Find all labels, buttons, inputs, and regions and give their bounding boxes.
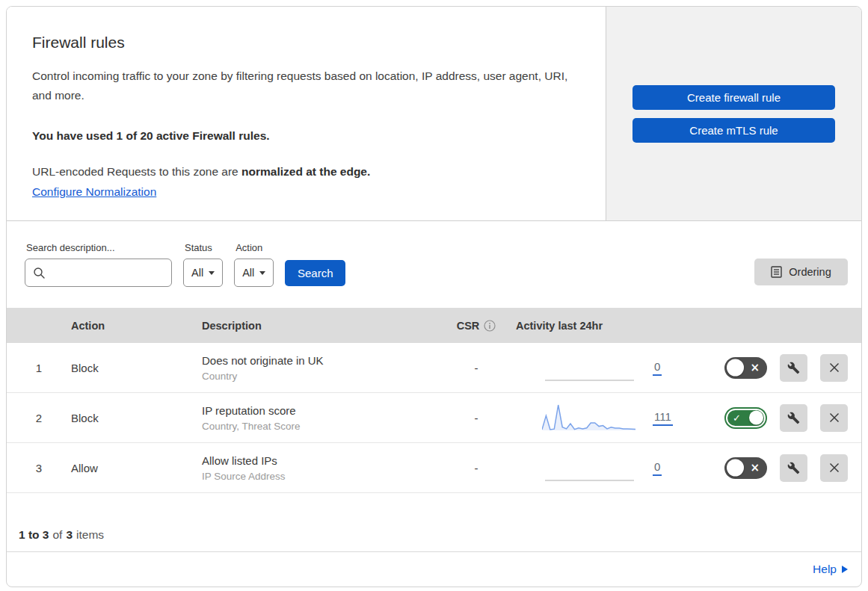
rule-action: Block xyxy=(71,412,202,424)
activity-count-link[interactable]: 111 xyxy=(653,410,673,426)
rule-row: 3 Allow Allow listed IPs IP Source Addre… xyxy=(7,443,861,493)
rule-activity: 0 xyxy=(510,452,680,483)
create-mtls-rule-button[interactable]: Create mTLS rule xyxy=(632,118,835,143)
create-firewall-rule-button[interactable]: Create firewall rule xyxy=(632,85,835,110)
rule-controls: × xyxy=(680,454,861,482)
rule-action: Block xyxy=(71,362,202,374)
normalization-bold: normalized at the edge. xyxy=(241,165,370,178)
help-row: Help xyxy=(7,552,861,587)
activity-sparkline xyxy=(542,452,635,483)
col-description: Description xyxy=(202,320,443,332)
rule-csr: - xyxy=(443,412,510,424)
ordering-button[interactable]: Ordering xyxy=(754,259,848,285)
delete-rule-button[interactable] xyxy=(820,404,848,432)
toggle-state-icon: × xyxy=(750,461,760,474)
pagination-summary: 1 to 3 of 3 items xyxy=(7,493,861,552)
normalization-prefix: URL-encoded Requests to this zone are xyxy=(32,165,241,178)
rule-enabled-toggle[interactable]: × xyxy=(724,357,767,379)
search-group: Search description... xyxy=(25,242,172,287)
rule-fields: Country, Threat Score xyxy=(202,421,443,432)
toggle-knob xyxy=(727,359,744,377)
rule-enabled-toggle[interactable]: × xyxy=(724,457,767,479)
rule-priority: 3 xyxy=(7,462,71,474)
status-filter-group: Status All xyxy=(183,242,223,287)
header-section: Firewall rules Control incoming traffic … xyxy=(7,7,861,221)
activity-sparkline xyxy=(542,402,635,433)
wrench-icon xyxy=(787,462,800,474)
search-button[interactable]: Search xyxy=(285,260,345,286)
rule-description-title: IP reputation score xyxy=(202,404,443,417)
toggle-state-icon: × xyxy=(750,361,760,374)
search-icon xyxy=(33,267,46,279)
rule-row: 2 Block IP reputation score Country, Thr… xyxy=(7,393,861,443)
wrench-icon xyxy=(787,362,800,374)
page-title: Firewall rules xyxy=(32,34,576,52)
rule-controls: ✓ xyxy=(680,404,861,432)
status-dropdown[interactable]: All xyxy=(183,259,223,287)
edit-rule-button[interactable] xyxy=(780,454,807,482)
close-icon xyxy=(829,462,840,473)
close-icon xyxy=(829,412,840,423)
rule-csr: - xyxy=(443,362,510,374)
action-filter-group: Action All xyxy=(234,242,274,287)
rule-fields: Country xyxy=(202,371,443,382)
col-action: Action xyxy=(71,320,202,332)
activity-count-link[interactable]: 0 xyxy=(653,460,662,476)
rule-description-title: Allow listed IPs xyxy=(202,454,443,467)
activity-count-link[interactable]: 0 xyxy=(653,360,662,376)
delete-rule-button[interactable] xyxy=(820,354,848,382)
action-label: Action xyxy=(236,242,274,253)
rule-priority: 2 xyxy=(7,412,71,424)
search-box[interactable] xyxy=(25,259,172,287)
status-label: Status xyxy=(185,242,223,253)
arrow-right-icon xyxy=(842,566,848,573)
toggle-knob xyxy=(727,460,744,477)
col-csr: CSR xyxy=(443,320,510,332)
rule-description: Does not originate in UK Country xyxy=(202,354,443,382)
normalization-notice: URL-encoded Requests to this zone are no… xyxy=(32,165,576,179)
rule-description-title: Does not originate in UK xyxy=(202,354,443,367)
search-input[interactable] xyxy=(50,259,171,286)
usage-notice: You have used 1 of 20 active Firewall ru… xyxy=(32,129,576,143)
page-description: Control incoming traffic to your zone by… xyxy=(32,66,576,105)
rule-activity: 0 xyxy=(510,352,680,383)
status-value: All xyxy=(191,267,203,279)
rule-csr: - xyxy=(443,462,510,474)
pagination-items-label: items xyxy=(76,528,104,542)
ordering-list-icon xyxy=(771,266,782,278)
edit-rule-button[interactable] xyxy=(780,354,807,382)
pagination-range: 1 to 3 xyxy=(19,528,49,541)
chevron-down-icon xyxy=(259,271,265,275)
rule-enabled-toggle[interactable]: ✓ xyxy=(726,409,766,427)
configure-normalization-link[interactable]: Configure Normalization xyxy=(32,185,156,198)
header-actions-panel: Create firewall rule Create mTLS rule xyxy=(606,7,861,220)
toggle-state-icon: ✓ xyxy=(733,412,741,424)
rule-controls: × xyxy=(680,354,861,382)
rule-action: Allow xyxy=(71,462,202,474)
filter-bar: Search description... Status All Action … xyxy=(7,221,861,308)
col-activity: Activity last 24hr xyxy=(510,320,680,332)
ordering-label: Ordering xyxy=(789,266,831,278)
close-icon xyxy=(829,362,840,373)
edit-rule-button[interactable] xyxy=(780,404,807,432)
delete-rule-button[interactable] xyxy=(820,454,848,482)
rule-description: IP reputation score Country, Threat Scor… xyxy=(202,404,443,432)
csr-label: CSR xyxy=(457,320,480,332)
help-label: Help xyxy=(813,563,837,576)
rule-activity: 111 xyxy=(510,402,680,433)
activity-sparkline xyxy=(542,352,635,383)
info-icon[interactable] xyxy=(484,320,496,332)
wrench-icon xyxy=(787,412,800,424)
rule-row: 1 Block Does not originate in UK Country… xyxy=(7,343,861,393)
chevron-down-icon xyxy=(209,271,215,275)
search-label: Search description... xyxy=(26,242,172,253)
action-dropdown[interactable]: All xyxy=(234,259,274,287)
table-header: Action Description CSR Activity last 24h… xyxy=(7,308,861,343)
header-text-panel: Firewall rules Control incoming traffic … xyxy=(7,7,606,220)
action-value: All xyxy=(242,267,254,279)
toggle-knob xyxy=(749,411,763,425)
rule-fields: IP Source Address xyxy=(202,471,443,482)
pagination-of: of xyxy=(52,528,62,542)
help-link[interactable]: Help xyxy=(813,563,848,576)
rule-description: Allow listed IPs IP Source Address xyxy=(202,454,443,482)
